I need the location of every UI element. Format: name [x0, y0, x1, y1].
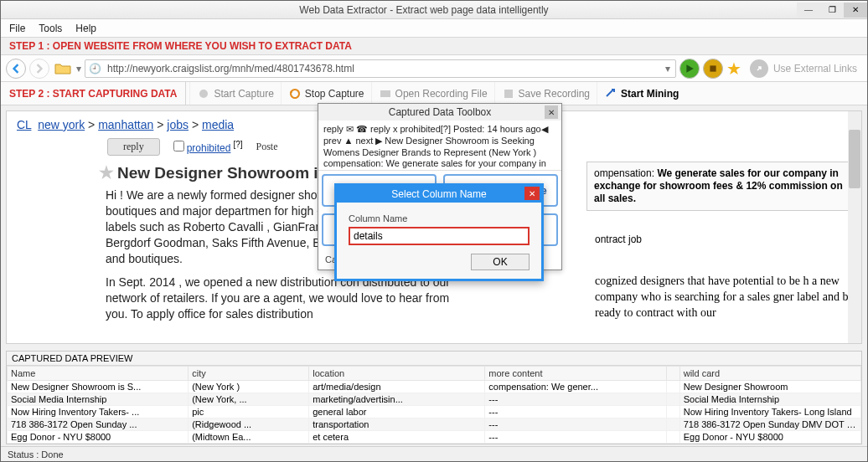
col-header[interactable]: more content	[485, 367, 666, 381]
folder-icon[interactable]	[53, 62, 73, 75]
bc-cat[interactable]: jobs	[167, 118, 189, 131]
posted-label: Poste	[256, 141, 278, 153]
bc-cl[interactable]: CL	[17, 118, 31, 131]
table-row[interactable]: 718 386-3172 Open Sunday ...(Ridgewood .…	[8, 418, 861, 431]
table-row[interactable]: Social Media Internship(New York, ...mar…	[8, 393, 861, 406]
column-name-input[interactable]	[349, 227, 530, 245]
star-icon[interactable]: ★	[99, 163, 114, 182]
table-row[interactable]: Egg Donor - NYU $8000(Midtown Ea...et ce…	[8, 431, 861, 444]
use-external-label[interactable]: Use External Links	[773, 63, 857, 74]
start-capture-button[interactable]: Start Capture	[189, 82, 280, 105]
table-row[interactable]: Now Hiring Inventory Takers- ...picgener…	[8, 406, 861, 418]
body-p2: In Sept. 2014 , we opened a new distribu…	[106, 275, 464, 322]
content-scrollbar[interactable]	[848, 111, 861, 343]
preview-title: CAPTURED DATA PREVIEW	[7, 352, 861, 366]
toolbox-close[interactable]: ✕	[545, 105, 558, 119]
step2-label: STEP 2 : START CAPTURING DATA	[1, 82, 186, 105]
col-header[interactable]: wild card	[679, 367, 860, 381]
window-title: Web Data Extractor - Extract web page da…	[51, 4, 797, 16]
favorite-icon[interactable]: ★	[726, 59, 741, 79]
bc-sub[interactable]: media	[202, 118, 234, 131]
menu-help[interactable]: Help	[75, 23, 96, 34]
reply-button[interactable]: reply	[107, 138, 160, 156]
modal-label: Column Name	[349, 213, 407, 223]
history-icon[interactable]: 🕘	[85, 63, 104, 74]
step1-label: STEP 1 : OPEN WEBSITE FROM WHERE YOU WIS…	[1, 38, 867, 55]
modal-title: Select Column Name	[391, 188, 486, 200]
svg-rect-0	[710, 65, 716, 71]
column-name-modal: Select Column Name✕ Column Name OK	[334, 183, 544, 281]
table-row[interactable]: New Designer Showroom is S...(New York )…	[8, 381, 861, 393]
col-header[interactable]: location	[309, 367, 485, 381]
stop-capture-button[interactable]: Stop Capture	[281, 82, 371, 105]
prohibited-checkbox[interactable]	[173, 141, 184, 151]
statusbar: Status : Done	[1, 446, 867, 461]
bc-area[interactable]: manhattan	[98, 118, 153, 131]
svg-point-1	[199, 90, 208, 98]
open-recording-button[interactable]: Open Recording File	[371, 82, 494, 105]
save-recording-button[interactable]: Save Recording	[494, 82, 597, 105]
toolbox-body: reply ✉ ☎ reply x prohibited[?] Posted: …	[318, 121, 561, 171]
svg-rect-3	[504, 90, 513, 98]
svg-rect-2	[380, 90, 390, 97]
forward-button[interactable]	[29, 59, 49, 79]
go-button[interactable]	[679, 59, 700, 79]
min-button[interactable]: —	[797, 3, 820, 18]
start-mining-button[interactable]: Start Mining	[597, 82, 685, 105]
modal-close[interactable]: ✕	[524, 187, 540, 200]
menu-file[interactable]: File	[9, 23, 25, 34]
url-input[interactable]	[104, 63, 660, 74]
modal-ok-button[interactable]: OK	[471, 254, 530, 270]
compensation-box: ompensation: We generate sales for our c…	[586, 162, 855, 211]
col-header[interactable]: Name	[8, 367, 189, 381]
right-contract: ontract job	[595, 234, 855, 245]
close-button[interactable]: ✕	[844, 3, 867, 18]
max-button[interactable]: ❐	[820, 3, 844, 18]
toolbox-title: Captured Data Toolbox	[389, 106, 492, 118]
prohibited-link[interactable]: prohibited	[187, 142, 231, 154]
stop-button[interactable]	[703, 59, 723, 79]
back-button[interactable]	[6, 59, 26, 79]
ext-icon	[750, 59, 768, 78]
col-header[interactable]: city	[189, 367, 309, 381]
headline-left: New Designer Showroom is Se	[117, 164, 351, 182]
menu-tools[interactable]: Tools	[39, 23, 62, 34]
col-header[interactable]	[666, 367, 679, 381]
url-dropdown[interactable]: ▾	[660, 63, 675, 74]
bc-city[interactable]: new york	[38, 118, 85, 131]
right-para: cognized designers that have potential t…	[595, 274, 855, 321]
preview-grid: Namecitylocationmore contentwild card Ne…	[7, 366, 861, 444]
